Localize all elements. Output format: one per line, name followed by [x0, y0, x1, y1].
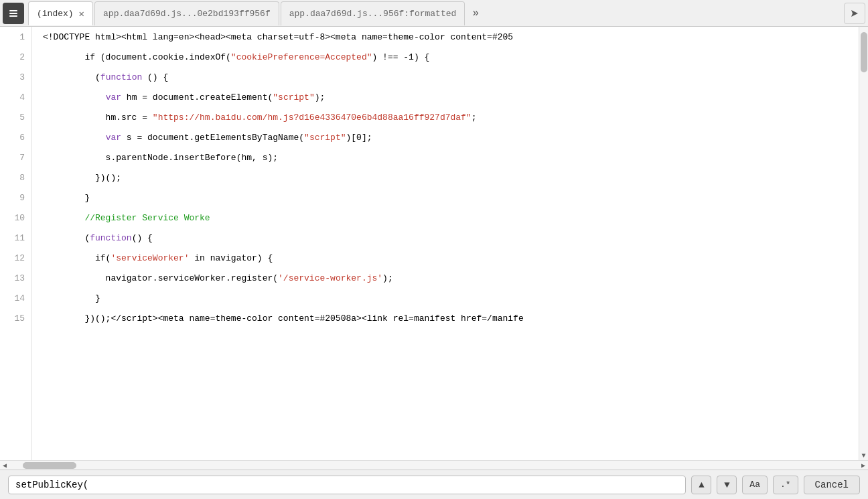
tab-index-label: (index) [37, 9, 74, 19]
code-content[interactable]: <!DOCTYPE html><html lang=en><head><meta… [32, 27, 859, 460]
code-line-12: if('serviceWorker' in navigator) { [32, 248, 859, 268]
find-cancel-button[interactable]: Cancel [804, 476, 860, 494]
code-line-15: })();</script><meta name=theme-color con… [32, 308, 859, 328]
vertical-scrollbar[interactable]: ▼ [859, 27, 868, 460]
line-num-11: 11 [0, 228, 31, 248]
tab-index[interactable]: (index) ✕ [28, 1, 93, 25]
line-num-13: 13 [0, 268, 31, 288]
code-line-2: if (document.cookie.indexOf("cookiePrefe… [32, 47, 859, 67]
code-line-4: var hm = document.createElement("script"… [32, 87, 859, 107]
scrollbar-left-arrow[interactable]: ◀ [0, 461, 9, 470]
back-button[interactable] [3, 3, 24, 24]
scrollbar-right-arrow[interactable]: ▶ [859, 461, 868, 470]
tab-forward-button[interactable] [844, 3, 865, 24]
line-num-7: 7 [0, 147, 31, 167]
code-line-5: hm.src = "https://hm.baidu.com/hm.js?d16… [32, 107, 859, 127]
svg-rect-1 [9, 13, 17, 14]
find-input[interactable] [8, 476, 686, 494]
line-num-15: 15 [0, 308, 31, 328]
find-bar: ▲ ▼ Aa .* Cancel [0, 470, 868, 499]
svg-rect-0 [9, 10, 17, 11]
horizontal-scrollbar[interactable]: ◀ ▶ [0, 460, 868, 470]
line-num-8: 8 [0, 167, 31, 188]
tab-index-close[interactable]: ✕ [79, 8, 84, 19]
line-num-14: 14 [0, 288, 31, 308]
scrollbar-thumb-v[interactable] [861, 32, 867, 72]
scrollbar-down-arrow[interactable]: ▼ [859, 451, 869, 460]
line-num-3: 3 [0, 67, 31, 87]
line-num-6: 6 [0, 127, 31, 147]
find-next-button[interactable]: ▼ [717, 476, 737, 494]
tab-app1[interactable]: app.daa7d69d.js...0e2bd193ff956f [94, 1, 279, 25]
line-num-4: 4 [0, 87, 31, 107]
line-num-12: 12 [0, 248, 31, 268]
regex-button[interactable]: .* [773, 476, 798, 494]
tab-app2[interactable]: app.daa7d69d.js...956f:formatted [281, 1, 465, 25]
editor-area: 1 2 3 4 5 6 7 8 9 10 11 12 13 14 15 <!DO… [0, 27, 868, 460]
code-line-3: (function () { [32, 67, 859, 87]
line-num-10: 10 [0, 208, 31, 228]
code-line-8: })(); [32, 167, 859, 188]
code-line-14: } [32, 288, 859, 308]
match-case-button[interactable]: Aa [742, 476, 768, 494]
tab-app1-label: app.daa7d69d.js...0e2bd193ff956f [103, 9, 271, 19]
line-numbers: 1 2 3 4 5 6 7 8 9 10 11 12 13 14 15 [0, 27, 32, 460]
tab-bar: (index) ✕ app.daa7d69d.js...0e2bd193ff95… [0, 0, 868, 27]
code-line-11: (function() { [32, 228, 859, 248]
line-num-5: 5 [0, 107, 31, 127]
line-num-1: 1 [0, 27, 31, 47]
code-line-7: s.parentNode.insertBefore(hm, s); [32, 147, 859, 167]
scrollbar-track-h[interactable] [9, 461, 859, 470]
tab-overflow-button[interactable]: » [466, 4, 485, 23]
svg-rect-2 [9, 15, 17, 17]
code-line-10: //Register Service Worke [32, 208, 859, 228]
find-prev-button[interactable]: ▲ [691, 476, 711, 494]
code-line-6: var s = document.getElementsByTagName("s… [32, 127, 859, 147]
scrollbar-thumb-h[interactable] [23, 462, 76, 469]
code-line-13: navigator.serviceWorker.register('/servi… [32, 268, 859, 288]
line-num-2: 2 [0, 47, 31, 67]
code-line-1: <!DOCTYPE html><html lang=en><head><meta… [32, 27, 859, 47]
tab-app2-label: app.daa7d69d.js...956f:formatted [289, 9, 457, 19]
line-num-9: 9 [0, 188, 31, 208]
code-line-9: } [32, 188, 859, 208]
